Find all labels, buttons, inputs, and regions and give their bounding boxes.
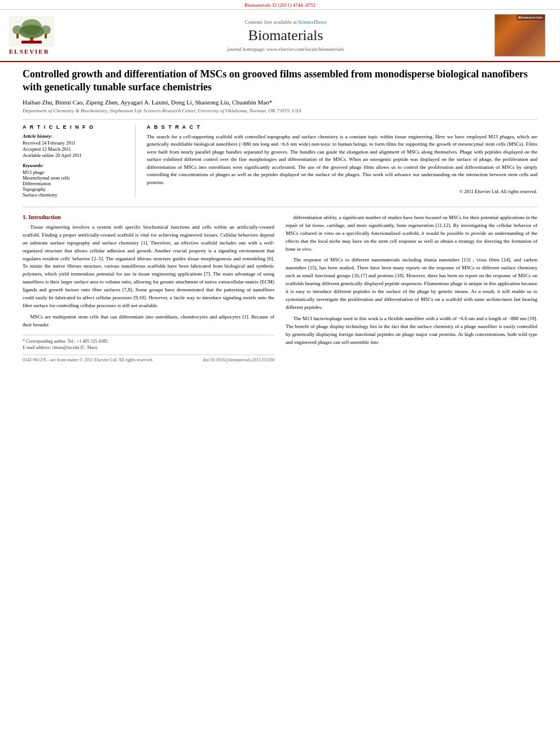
keywords-section: Keywords: M13 phage Mesenchymal stem cel… — [23, 163, 128, 198]
body-col1-text: Tissue engineering involves a system wit… — [23, 224, 274, 329]
article-meta-section: A R T I C L E I N F O Article history: R… — [23, 119, 537, 198]
body-p5: The M13 bacteriophage used in this work … — [286, 315, 537, 347]
body-col-left: 1. Introduction Tissue engineering invol… — [23, 214, 274, 362]
svg-point-6 — [41, 25, 51, 34]
abstract-text: The search for a cell-supporting scaffol… — [147, 133, 537, 187]
svg-rect-8 — [21, 41, 42, 43]
journal-header: ELSEVIER Contents lists available at Sci… — [0, 10, 560, 62]
email-note: E-mail address: clmao@ou.edu (C. Mao). — [23, 345, 274, 350]
article-info-heading: A R T I C L E I N F O — [23, 124, 128, 130]
elsevier-tree-icon — [9, 16, 54, 47]
abstract-column: A B S T R A C T The search for a cell-su… — [147, 124, 537, 198]
body-content: 1. Introduction Tissue engineering invol… — [23, 214, 537, 362]
cover-journal-name: Biomaterials — [517, 15, 545, 20]
keywords-label: Keywords: — [23, 163, 128, 168]
abstract-heading: A B S T R A C T — [147, 124, 537, 130]
citation-bar: Biomaterials 32 (2011) 4744–4752 — [0, 0, 560, 10]
body-p4: The response of MSCs to different nanoma… — [286, 256, 537, 312]
corresponding-note: * Corresponding author. Tel.: +1 405 325… — [23, 339, 274, 344]
received-date: Received 24 February 2011 — [23, 140, 128, 146]
copyright-line: © 2011 Elsevier Ltd. All rights reserved… — [147, 189, 537, 194]
issn-info: 0142-9612/$ – see front matter © 2011 El… — [23, 357, 153, 362]
journal-cover: Biomaterials — [495, 14, 551, 56]
section1-heading: 1. Introduction — [23, 214, 274, 220]
journal-title: Biomaterials — [77, 27, 495, 44]
doi-info: doi:10.1016/j.biomaterials.2011.03.030 — [203, 357, 274, 362]
keyword-3: Differentiation — [23, 181, 128, 186]
sciencedirect-anchor[interactable]: ScienceDirect — [298, 19, 326, 25]
journal-homepage: journal homepage: www.elsevier.com/locat… — [77, 46, 495, 52]
footnotes: * Corresponding author. Tel.: +1 405 325… — [23, 335, 274, 350]
journal-title-area: Contents lists available at ScienceDirec… — [77, 19, 495, 52]
accepted-date: Accepted 12 March 2011 — [23, 146, 128, 152]
elsevier-brand: ELSEVIER — [9, 48, 50, 55]
keyword-4: Topography — [23, 186, 128, 192]
body-p3: differentiation ability, a significant n… — [286, 214, 537, 254]
svg-rect-7 — [45, 34, 47, 38]
keyword-5: Surface chemistry — [23, 192, 128, 198]
main-content: Controlled growth and differentiation of… — [0, 62, 560, 374]
svg-point-2 — [19, 25, 44, 38]
body-col2-text: differentiation ability, a significant n… — [286, 214, 537, 347]
cover-image: Biomaterials — [495, 14, 545, 56]
keyword-1: M13 phage — [23, 169, 128, 175]
journal-footer: 0142-9612/$ – see front matter © 2011 El… — [23, 355, 274, 362]
keyword-2: Mesenchymal stem cells — [23, 175, 128, 181]
article-dates: Received 24 February 2011 Accepted 12 Ma… — [23, 140, 128, 158]
history-label: Article history: — [23, 133, 128, 139]
publisher-logo: ELSEVIER — [9, 16, 77, 55]
affiliation: Department of Chemistry & Biochemistry, … — [23, 108, 537, 113]
authors: Haibao Zhu, Binrui Cao, Zipeng Zhen, Ayy… — [23, 99, 537, 106]
section1-title: Introduction — [29, 214, 61, 220]
svg-rect-5 — [16, 34, 19, 38]
section1-number: 1. — [23, 214, 27, 220]
citation-text: Biomaterials 32 (2011) 4744–4752 — [244, 2, 316, 8]
article-title: Controlled growth and differentiation of… — [23, 68, 537, 94]
section-divider — [23, 207, 537, 207]
body-p1: Tissue engineering involves a system wit… — [23, 224, 274, 310]
svg-point-4 — [12, 25, 23, 34]
body-col-right: differentiation ability, a significant n… — [286, 214, 537, 362]
body-p2: MSCs are multipotent stem cells that can… — [23, 313, 274, 329]
sciencedirect-link[interactable]: Contents lists available at ScienceDirec… — [77, 19, 495, 25]
article-info-column: A R T I C L E I N F O Article history: R… — [23, 124, 135, 198]
available-date: Available online 20 April 2011 — [23, 152, 128, 158]
